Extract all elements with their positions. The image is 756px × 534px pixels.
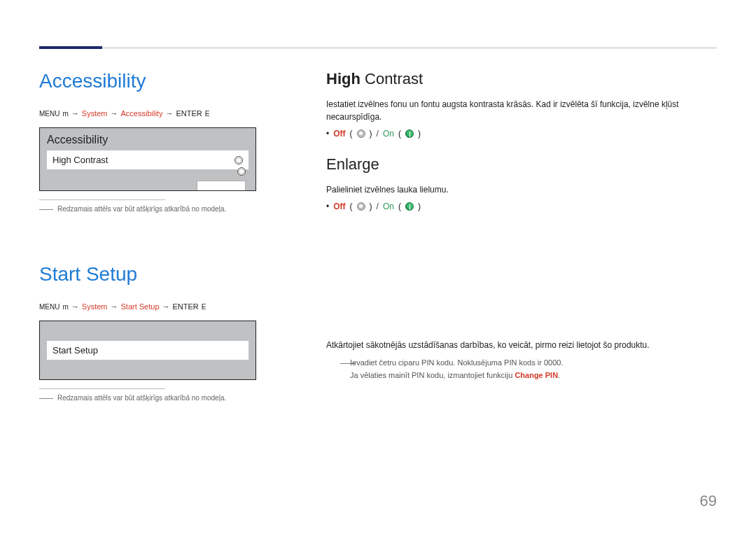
breadcrumb-accessibility-label: Accessibility: [120, 109, 162, 118]
heading-bold: High: [326, 70, 360, 87]
bullet-icon: •: [326, 202, 329, 211]
bullet-icon: •: [326, 129, 329, 139]
startsetup-desc-block: Atkārtojiet sākotnējās uzstādīšanas darb…: [326, 339, 717, 381]
menu-icon: m: [62, 303, 68, 311]
breadcrumb-startsetup-label: Start Setup: [120, 302, 159, 311]
arrow-icon: →: [71, 302, 79, 311]
right-column: High Contrast Iestatiet izvēlnes fonu un…: [326, 70, 717, 403]
toggle-on-icon: [405, 129, 414, 138]
page-columns: Accessibility MENU m → System → Accessib…: [39, 39, 717, 403]
left-column: Accessibility MENU m → System → Accessib…: [39, 70, 256, 403]
arrow-icon: →: [110, 302, 118, 311]
option-on-label: On: [383, 202, 394, 211]
enter-icon: E: [205, 110, 210, 118]
option-on-label: On: [383, 129, 394, 139]
paren-close: ): [370, 202, 372, 211]
breadcrumb-enter: ENTER: [176, 109, 202, 118]
desc-highcontrast: Iestatiet izvēlnes fonu un fontu augsta …: [326, 98, 717, 123]
toggle-indicator-icon: [237, 167, 246, 176]
footnote-divider: [39, 199, 165, 200]
preview-row-startsetup[interactable]: Start Setup: [47, 341, 248, 360]
arrow-icon: →: [165, 109, 173, 118]
footnote-marker: ――: [39, 394, 53, 402]
breadcrumb-startsetup: MENU m → System → Start Setup → ENTER E: [39, 302, 256, 311]
menu-glyph: MENU: [39, 110, 59, 118]
breadcrumb-accessibility: MENU m → System → Accessibility → ENTER …: [39, 109, 256, 118]
paren-close: ): [370, 129, 372, 139]
footnote-startsetup: ――Redzamais attēls var būt atšķirīgs atk…: [39, 393, 256, 403]
section-title-startsetup: Start Setup: [39, 263, 256, 286]
note-marker: ――: [340, 357, 344, 370]
breadcrumb-enter: ENTER: [173, 302, 199, 311]
accessibility-menu-preview: Accessibility High Contrast: [39, 127, 256, 191]
startsetup-menu-preview: Start Setup: [39, 321, 256, 380]
preview-panel-title: Accessibility: [47, 134, 248, 146]
footnote-marker: ――: [39, 205, 53, 213]
footnote-divider: [39, 388, 165, 389]
breadcrumb-system: System: [82, 302, 108, 311]
menu-glyph: MENU: [39, 303, 59, 311]
note-pin-default: ――Ievadiet četru ciparu PIN kodu. Noklus…: [340, 357, 717, 370]
paren-close: ): [418, 129, 421, 139]
page-top-rule-accent: [39, 46, 102, 49]
page-number: 69: [700, 492, 717, 510]
paren-open: (: [350, 202, 353, 211]
option-highcontrast: • Off ( ) / On ( ): [326, 129, 717, 139]
left-spacer: [39, 214, 256, 263]
slash: /: [377, 129, 379, 139]
enter-icon: E: [202, 303, 206, 311]
arrow-icon: →: [71, 109, 79, 118]
spacer: [326, 150, 717, 155]
note-change-pin: Ja vēlaties mainīt PIN kodu, izmantojiet…: [340, 370, 717, 382]
manual-page: Accessibility MENU m → System → Accessib…: [0, 0, 756, 534]
footnote-accessibility: ――Redzamais attēls var būt atšķirīgs atk…: [39, 204, 256, 214]
note2-highlight: Change PIN: [514, 371, 558, 379]
paren-close: ): [418, 202, 421, 211]
preview-row-highcontrast[interactable]: High Contrast: [47, 150, 248, 169]
heading-rest: Contrast: [360, 70, 423, 87]
toggle-off-icon: [357, 129, 365, 138]
footnote-text: Redzamais attēls var būt atšķirīgs atkar…: [57, 394, 226, 402]
arrow-icon: →: [110, 109, 118, 118]
toggle-indicator-icon: [234, 156, 243, 164]
slash: /: [377, 202, 379, 211]
accessibility-section: Accessibility MENU m → System → Accessib…: [39, 70, 256, 214]
paren-open: (: [398, 129, 401, 139]
toggle-on-icon: [405, 202, 414, 211]
paren-open: (: [350, 129, 353, 139]
preview-row-label: Start Setup: [52, 345, 98, 356]
desc-enlarge: Palieliniet izvēlnes lauka lielumu.: [326, 183, 717, 196]
breadcrumb-system: System: [82, 109, 108, 118]
menu-icon: m: [62, 110, 68, 118]
heading-highcontrast: High Contrast: [326, 70, 717, 88]
page-top-rule: [39, 48, 717, 48]
option-enlarge: • Off ( ) / On ( ): [326, 202, 717, 211]
desc-startsetup: Atkārtojiet sākotnējās uzstādīšanas darb…: [326, 339, 717, 351]
preview-row-label: High Contrast: [52, 155, 108, 165]
note2-suffix: .: [558, 371, 560, 379]
note1-text: Ievadiet četru ciparu PIN kodu. Noklusēj…: [350, 358, 563, 367]
accessibility-menu-inner: Accessibility High Contrast: [40, 128, 255, 190]
section-title-accessibility: Accessibility: [39, 70, 256, 92]
arrow-icon: →: [162, 302, 170, 311]
footnote-text: Redzamais attēls var būt atšķirīgs atkar…: [57, 205, 226, 213]
startsetup-section: Start Setup MENU m → System → Start Setu…: [39, 263, 256, 403]
preview-cropped-element: [197, 181, 246, 190]
heading-enlarge: Enlarge: [326, 155, 717, 174]
option-off-label: Off: [333, 202, 345, 211]
paren-open: (: [398, 202, 401, 211]
toggle-off-icon: [357, 202, 365, 211]
option-off-label: Off: [333, 129, 345, 139]
note2-prefix: Ja vēlaties mainīt PIN kodu, izmantojiet…: [350, 371, 514, 379]
